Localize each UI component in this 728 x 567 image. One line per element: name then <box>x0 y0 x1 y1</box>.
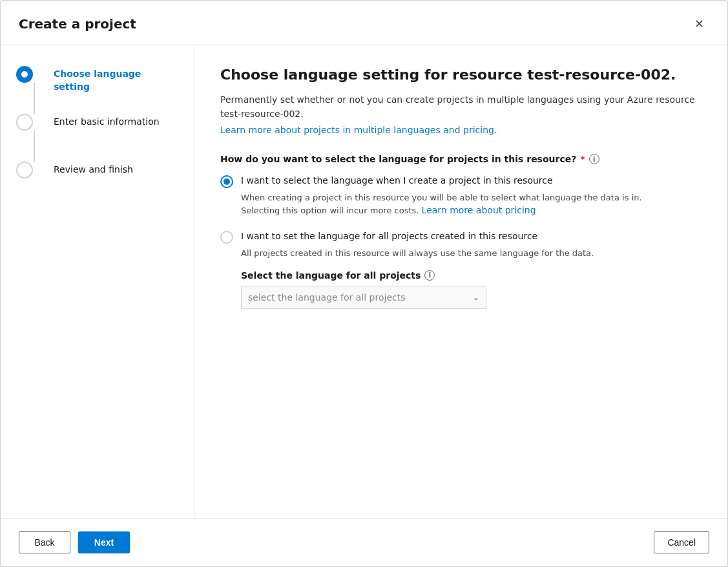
step-label-language: Choose language setting <box>54 66 178 93</box>
radio-title-all-projects: I want to set the language for all proje… <box>241 230 702 243</box>
dropdown-placeholder: select the language for all projects <box>248 292 406 303</box>
next-button[interactable]: Next <box>78 531 130 553</box>
language-dropdown[interactable]: select the language for all projects ⌄ <box>241 286 486 309</box>
sub-label-language: Select the language for all projects i <box>241 270 702 281</box>
step-circle-review <box>16 162 33 178</box>
dialog-body: Choose language setting Enter basic info… <box>1 45 727 518</box>
question-label: How do you want to select the language f… <box>220 154 702 164</box>
sidebar: Choose language setting Enter basic info… <box>1 45 194 518</box>
dropdown-arrow-icon: ⌄ <box>473 293 479 302</box>
sub-label-text: Select the language for all projects <box>241 270 421 281</box>
radio-button-all-projects[interactable] <box>220 231 233 244</box>
step-circle-basic <box>16 114 33 131</box>
sidebar-item-choose-language[interactable]: Choose language setting <box>16 66 178 114</box>
close-button[interactable]: ✕ <box>689 14 709 34</box>
radio-desc-all-projects: All projects created in this resource wi… <box>241 247 702 260</box>
close-icon: ✕ <box>694 17 704 31</box>
radio-content-per-project: I want to select the language when I cre… <box>241 175 702 217</box>
step-circle-language <box>16 66 33 83</box>
sidebar-item-basic-info[interactable]: Enter basic information <box>16 114 178 162</box>
required-star: * <box>580 154 585 164</box>
create-project-dialog: Create a project ✕ Choose language setti… <box>0 0 728 567</box>
main-content: Choose language setting for resource tes… <box>194 45 727 518</box>
step-connector-2 <box>34 131 35 162</box>
back-button[interactable]: Back <box>19 531 70 553</box>
radio-option-all-projects[interactable]: I want to set the language for all proje… <box>220 230 702 308</box>
radio-desc-line2: Selecting this option will incur more co… <box>241 206 419 215</box>
step-label-review: Review and finish <box>54 162 133 177</box>
info-icon-language[interactable]: i <box>424 270 435 281</box>
sidebar-item-review[interactable]: Review and finish <box>16 162 178 178</box>
learn-more-pricing-link[interactable]: Learn more about pricing <box>422 205 536 215</box>
step-label-basic: Enter basic information <box>54 114 160 129</box>
radio-desc-per-project: When creating a project in this resource… <box>241 191 702 218</box>
language-dropdown-section: Select the language for all projects i s… <box>241 270 702 309</box>
radio-content-all-projects: I want to set the language for all proje… <box>241 230 702 308</box>
question-text: How do you want to select the language f… <box>220 154 576 164</box>
dialog-header: Create a project ✕ <box>1 1 727 45</box>
learn-more-languages-link[interactable]: Learn more about projects in multiple la… <box>220 125 497 135</box>
radio-title-per-project: I want to select the language when I cre… <box>241 175 702 187</box>
radio-option-per-project[interactable]: I want to select the language when I cre… <box>220 175 702 217</box>
step-connector-1 <box>34 83 35 114</box>
dialog-title: Create a project <box>19 16 136 32</box>
info-icon-question[interactable]: i <box>589 154 599 164</box>
radio-desc-line1: When creating a project in this resource… <box>241 193 642 202</box>
cancel-button[interactable]: Cancel <box>654 531 709 553</box>
section-description: Permanently set whether or not you can c… <box>220 92 702 122</box>
section-title: Choose language setting for resource tes… <box>220 66 702 85</box>
dialog-footer: Back Next Cancel <box>1 518 727 566</box>
radio-button-per-project[interactable] <box>220 175 233 188</box>
